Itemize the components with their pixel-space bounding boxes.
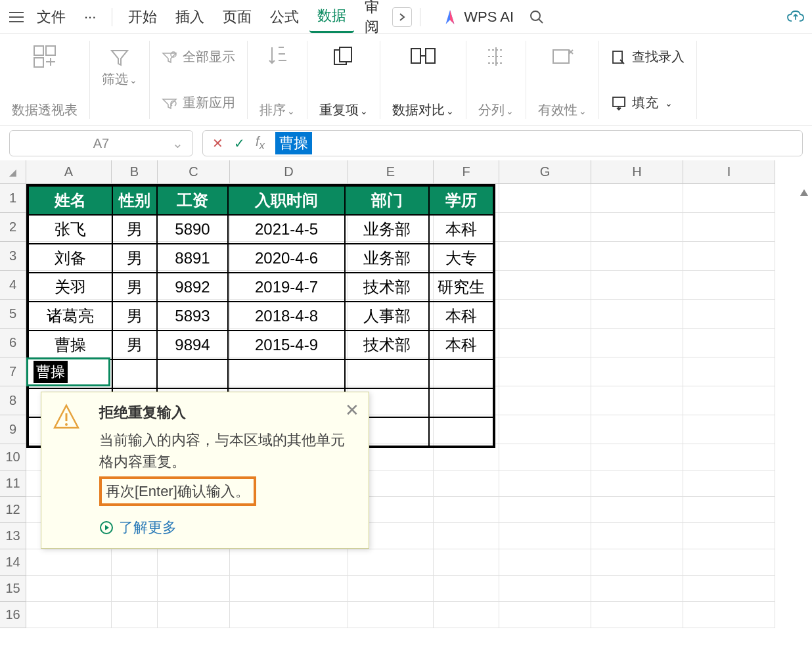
table-cell[interactable]: 大专 <box>429 244 493 273</box>
wps-ai-button[interactable]: WPS AI <box>441 9 514 26</box>
cell-reference-box[interactable]: A7 ⌄ <box>9 130 193 156</box>
ribbon-find-entry[interactable]: 查找录入 <box>611 44 685 70</box>
col-header-d[interactable]: D <box>230 160 348 184</box>
table-cell[interactable]: 8891 <box>157 244 228 273</box>
table-cell[interactable]: 男 <box>112 244 157 273</box>
row-header-1[interactable]: 1 <box>0 184 26 213</box>
tab-data[interactable]: 数据 <box>309 1 354 33</box>
tab-page[interactable]: 页面 <box>215 2 259 32</box>
table-cell[interactable]: 诸葛亮 <box>28 302 112 331</box>
table-cell-empty[interactable] <box>228 359 345 388</box>
table-cell[interactable]: 曹操 <box>28 331 112 359</box>
search-icon[interactable] <box>527 7 547 27</box>
tab-formula[interactable]: 公式 <box>262 2 307 32</box>
table-cell-empty[interactable] <box>429 388 493 417</box>
ribbon-duplicates[interactable]: 重复项⌄ <box>307 41 380 119</box>
table-cell[interactable]: 业务部 <box>345 244 429 273</box>
row-header-2[interactable]: 2 <box>0 213 26 242</box>
table-cell[interactable]: 9894 <box>157 331 228 359</box>
row-header-7[interactable]: 7 <box>0 357 26 386</box>
table-cell-empty[interactable] <box>112 359 157 388</box>
row-header-8[interactable]: 8 <box>0 386 26 415</box>
ribbon-show-all[interactable]: 全部显示 <box>162 44 235 70</box>
ribbon-fill[interactable]: 填充⌄ <box>611 90 685 116</box>
table-cell[interactable]: 本科 <box>429 331 493 359</box>
chevron-down-icon[interactable]: ⌄ <box>172 135 183 151</box>
tabs-overflow-icon[interactable] <box>392 7 412 27</box>
table-cell-empty[interactable] <box>429 359 493 388</box>
table-cell[interactable]: 2015-4-9 <box>228 331 345 359</box>
row-header-12[interactable]: 12 <box>0 497 26 523</box>
ribbon-split[interactable]: 分列⌄ <box>466 41 526 119</box>
table-cell[interactable]: 男 <box>112 302 157 331</box>
col-header-g[interactable]: G <box>499 160 591 184</box>
formula-input-area[interactable]: ✕ ✓ fx 曹操 <box>202 130 803 156</box>
col-header-b[interactable]: B <box>112 160 158 184</box>
col-header-i[interactable]: I <box>683 160 775 184</box>
table-cell[interactable]: 2020-4-6 <box>228 244 345 273</box>
fx-icon[interactable]: fx <box>256 134 265 152</box>
row-header-6[interactable]: 6 <box>0 329 26 357</box>
row-header-11[interactable]: 11 <box>0 470 26 497</box>
menu-more[interactable]: ··· <box>76 3 104 31</box>
row-header-10[interactable]: 10 <box>0 444 26 470</box>
cloud-upload-icon[interactable] <box>786 7 805 27</box>
ribbon-filter[interactable]: 筛选⌄ <box>102 44 137 88</box>
table-cell[interactable]: 关羽 <box>28 273 112 302</box>
table-cell[interactable]: 2018-4-8 <box>228 302 345 331</box>
svg-rect-18 <box>553 50 569 63</box>
tab-insert[interactable]: 插入 <box>168 2 212 32</box>
learn-more-link[interactable]: 了解更多 <box>99 518 355 538</box>
row-header-3[interactable]: 3 <box>0 242 26 271</box>
ribbon-sort[interactable]: 排序⌄ <box>248 41 307 119</box>
table-cell-empty[interactable] <box>157 359 228 388</box>
col-header-e[interactable]: E <box>348 160 434 184</box>
row-header-15[interactable]: 15 <box>0 576 26 602</box>
table-cell[interactable]: 2019-4-7 <box>228 273 345 302</box>
menu-file[interactable]: 文件 <box>29 2 74 32</box>
hamburger-icon[interactable] <box>7 7 26 27</box>
table-cell[interactable]: 本科 <box>429 215 493 244</box>
row-header-4[interactable]: 4 <box>0 271 26 300</box>
tab-start[interactable]: 开始 <box>120 2 165 32</box>
tab-review[interactable]: 审阅 <box>357 0 390 42</box>
table-cell[interactable]: 男 <box>112 215 157 244</box>
cancel-formula-icon[interactable]: ✕ <box>212 135 223 151</box>
table-cell[interactable]: 研究生 <box>429 273 493 302</box>
table-cell[interactable]: 技术部 <box>345 273 429 302</box>
table-cell[interactable]: 5890 <box>157 215 228 244</box>
table-cell[interactable]: 技术部 <box>345 331 429 359</box>
table-cell[interactable]: 2021-4-5 <box>228 215 345 244</box>
table-cell[interactable]: 男 <box>112 273 157 302</box>
col-header-h[interactable]: H <box>591 160 683 184</box>
close-tooltip-icon[interactable]: ✕ <box>345 400 359 421</box>
ribbon-find-entry-label: 查找录入 <box>632 48 685 66</box>
confirm-formula-icon[interactable]: ✓ <box>234 135 245 151</box>
active-cell-a7[interactable]: 曹操 <box>26 357 110 386</box>
row-header-9[interactable]: 9 <box>0 415 26 444</box>
row-header-13[interactable]: 13 <box>0 523 26 549</box>
table-cell[interactable]: 男 <box>112 331 157 359</box>
col-header-a[interactable]: A <box>26 160 112 184</box>
ribbon-validity[interactable]: 有效性⌄ <box>526 41 599 119</box>
row-header-5[interactable]: 5 <box>0 300 26 329</box>
svg-point-24 <box>65 423 68 426</box>
table-cell[interactable]: 张飞 <box>28 215 112 244</box>
table-cell[interactable]: 5893 <box>157 302 228 331</box>
table-cell[interactable]: 刘备 <box>28 244 112 273</box>
row-header-16[interactable]: 16 <box>0 602 26 628</box>
col-header-c[interactable]: C <box>158 160 230 184</box>
table-cell[interactable]: 本科 <box>429 302 493 331</box>
scroll-up-icon[interactable] <box>799 188 809 197</box>
ribbon-pivot[interactable]: 数据透视表 <box>0 41 90 119</box>
table-cell[interactable]: 人事部 <box>345 302 429 331</box>
table-cell-empty[interactable] <box>345 359 429 388</box>
table-cell[interactable]: 9892 <box>157 273 228 302</box>
row-header-14[interactable]: 14 <box>0 549 26 576</box>
col-header-f[interactable]: F <box>434 160 499 184</box>
ribbon-compare[interactable]: 数据对比⌄ <box>380 41 466 119</box>
table-cell-empty[interactable] <box>429 417 493 446</box>
select-all-corner[interactable]: ◢ <box>0 160 26 184</box>
table-cell[interactable]: 业务部 <box>345 215 429 244</box>
ribbon-reapply[interactable]: 重新应用 <box>162 90 235 116</box>
